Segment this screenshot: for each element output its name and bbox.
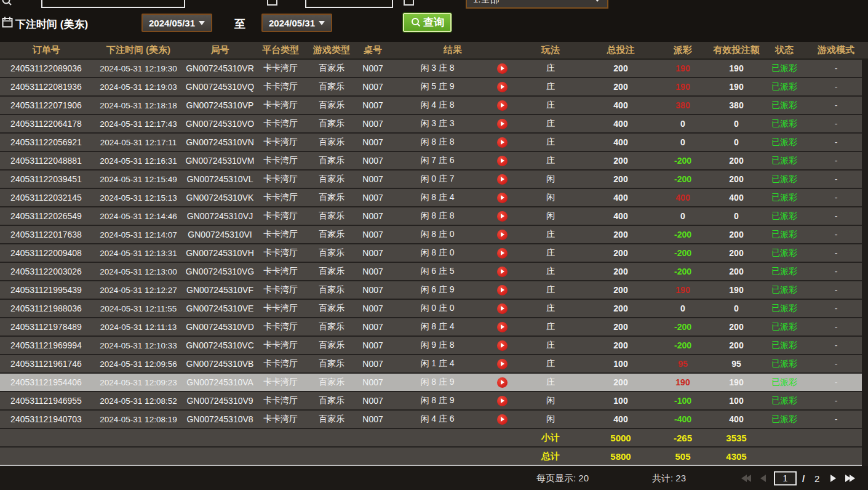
play-video-icon[interactable] xyxy=(487,396,517,406)
play-video-icon[interactable] xyxy=(487,156,517,166)
cell-result: 闲 6 庄 5 xyxy=(388,266,487,277)
cell-round-id: GN007245310VB xyxy=(185,359,255,369)
query-button[interactable]: 查询 xyxy=(403,13,452,32)
play-video-icon[interactable] xyxy=(487,248,517,259)
play-video-icon[interactable] xyxy=(487,193,517,203)
cell-status: 已派彩 xyxy=(765,192,804,203)
table-row[interactable]: 240531122032145 2024-05-31 12:15:13 GN00… xyxy=(0,189,868,207)
cell-valid-bet: 190 xyxy=(708,82,765,92)
table-row[interactable]: 240531121988036 2024-05-31 12:11:55 GN00… xyxy=(0,300,868,318)
cell-valid-bet: 200 xyxy=(708,248,765,258)
date-to-select[interactable]: 2024/05/31 xyxy=(261,14,332,32)
table-row[interactable]: 240531122048881 2024-05-31 12:16:31 GN00… xyxy=(0,152,868,171)
chevron-down-icon xyxy=(594,0,601,2)
cell-play-type: 庄 xyxy=(517,284,584,295)
filter-input-2[interactable] xyxy=(305,0,393,8)
play-video-icon[interactable] xyxy=(487,82,517,92)
column-header[interactable]: 平台类型 xyxy=(255,44,306,56)
column-header[interactable]: 结果 xyxy=(388,44,517,56)
table-row[interactable]: 240531122026549 2024-05-31 12:14:46 GN00… xyxy=(0,207,868,226)
table-row[interactable]: 240531122081936 2024-05-31 12:19:03 GN00… xyxy=(0,78,868,97)
play-video-icon[interactable] xyxy=(487,322,517,332)
cell-total-bet: 100 xyxy=(584,396,658,406)
table-row[interactable]: 240531122009408 2024-05-31 12:13:31 GN00… xyxy=(0,244,868,263)
table-row[interactable]: 240531122089036 2024-05-31 12:19:30 GN00… xyxy=(0,60,868,78)
cell-order-id: 240531122039451 xyxy=(0,174,92,184)
vertical-scrollbar[interactable] xyxy=(862,60,868,466)
table-row[interactable]: 240531122003026 2024-05-31 12:13:00 GN00… xyxy=(0,263,868,281)
page-number-input[interactable] xyxy=(774,471,797,485)
cell-round-id: GN007245310VI xyxy=(185,230,255,239)
table-row[interactable]: 240531121969994 2024-05-31 12:10:33 GN00… xyxy=(0,337,868,355)
table-row[interactable]: 240531121995439 2024-05-31 12:12:27 GN00… xyxy=(0,281,868,300)
column-header[interactable]: 总投注 xyxy=(584,44,658,56)
cell-total-bet: 200 xyxy=(584,63,658,73)
checkbox-icon[interactable] xyxy=(267,0,277,6)
play-video-icon[interactable] xyxy=(487,377,517,388)
filter-dropdown[interactable]: 1:全部 xyxy=(466,0,608,9)
column-header[interactable]: 游戏类型 xyxy=(306,44,357,56)
column-header[interactable]: 游戏模式 xyxy=(804,44,868,56)
column-header[interactable]: 状态 xyxy=(765,44,804,56)
cell-table-no: N007 xyxy=(357,303,388,313)
play-video-icon[interactable] xyxy=(487,63,517,74)
cell-order-id: 240531121969994 xyxy=(0,340,92,350)
cell-payout: 0 xyxy=(658,303,708,313)
play-video-icon[interactable] xyxy=(487,303,517,314)
date-from-select[interactable]: 2024/05/31 xyxy=(141,14,212,32)
cell-play-type: 闲 xyxy=(517,395,584,406)
column-header[interactable]: 桌号 xyxy=(357,44,388,56)
table-row[interactable]: 240531121946955 2024-05-31 12:08:52 GN00… xyxy=(0,392,868,411)
play-video-icon[interactable] xyxy=(487,119,517,129)
first-page-button[interactable] xyxy=(741,475,751,482)
cell-payout: 190 xyxy=(658,63,708,73)
play-video-icon[interactable] xyxy=(487,230,517,240)
cell-game-mode: - xyxy=(804,322,868,332)
play-video-icon[interactable] xyxy=(487,285,517,295)
table-row[interactable]: 240531122071906 2024-05-31 12:18:18 GN00… xyxy=(0,97,868,115)
table-row[interactable]: 240531121978489 2024-05-31 12:11:13 GN00… xyxy=(0,318,868,337)
column-header[interactable]: 有效投注额 xyxy=(708,44,765,56)
table-row[interactable]: 240531121940703 2024-05-31 12:08:19 GN00… xyxy=(0,411,868,429)
play-video-icon[interactable] xyxy=(487,267,517,277)
cell-play-type: 闲 xyxy=(517,414,584,425)
play-video-icon[interactable] xyxy=(487,211,517,222)
cell-table-no: N007 xyxy=(357,211,388,221)
cell-table-no: N007 xyxy=(357,137,388,147)
cell-table-no: N007 xyxy=(357,63,388,73)
last-page-button[interactable] xyxy=(845,475,855,482)
play-video-icon[interactable] xyxy=(487,137,517,148)
column-header[interactable]: 订单号 xyxy=(0,44,92,56)
cell-table-no: N007 xyxy=(357,340,388,350)
table-row[interactable]: 240531121954406 2024-05-31 12:09:23 GN00… xyxy=(0,374,868,392)
cell-order-id: 240531121988036 xyxy=(0,303,92,313)
table-row[interactable]: 240531122039451 2024-05-31 12:15:49 GN00… xyxy=(0,171,868,189)
column-header[interactable]: 派彩 xyxy=(658,44,708,56)
play-video-icon[interactable] xyxy=(487,359,517,369)
table-row[interactable]: 240531122056921 2024-05-31 12:17:11 GN00… xyxy=(0,134,868,152)
next-page-button[interactable] xyxy=(830,475,836,482)
cell-result: 闲 8 庄 9 xyxy=(388,377,487,388)
column-header[interactable]: 局号 xyxy=(185,44,255,56)
table-row[interactable]: 240531122017638 2024-05-31 12:14:07 GN00… xyxy=(0,226,868,244)
checkbox-icon[interactable] xyxy=(404,0,414,6)
play-video-icon[interactable] xyxy=(487,100,517,111)
cell-result: 闲 8 庄 4 xyxy=(388,321,487,332)
column-header[interactable]: 玩法 xyxy=(517,44,584,56)
cell-play-type: 庄 xyxy=(517,229,584,240)
cell-order-id: 240531121995439 xyxy=(0,285,92,295)
play-video-icon[interactable] xyxy=(487,340,517,351)
cell-valid-bet: 0 xyxy=(708,303,765,313)
previous-page-button[interactable] xyxy=(760,475,766,482)
cell-bet-time: 2024-05-31 12:15:49 xyxy=(92,175,185,184)
play-video-icon[interactable] xyxy=(487,414,517,425)
cell-game-type: 百家乐 xyxy=(306,247,357,259)
table-row[interactable]: 240531122064178 2024-05-31 12:17:43 GN00… xyxy=(0,115,868,134)
table-row[interactable]: 240531121961746 2024-05-31 12:09:56 GN00… xyxy=(0,355,868,374)
cell-game-type: 百家乐 xyxy=(306,414,357,425)
cell-platform: 卡卡湾厅 xyxy=(255,155,306,166)
play-video-icon[interactable] xyxy=(487,174,517,185)
cell-status: 已派彩 xyxy=(765,247,804,259)
filter-input-1[interactable] xyxy=(41,0,185,8)
column-header[interactable]: 下注时间 (美东) xyxy=(92,44,185,56)
